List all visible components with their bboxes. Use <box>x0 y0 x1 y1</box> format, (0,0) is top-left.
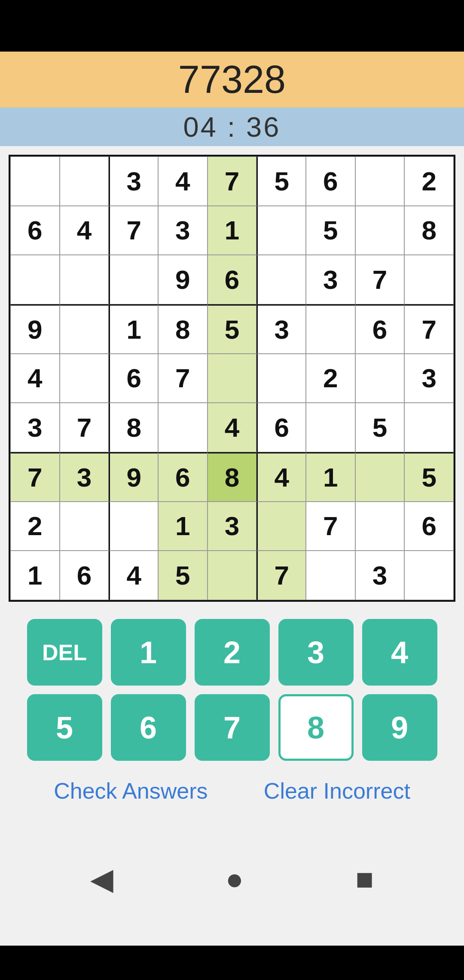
cell-r3c6[interactable] <box>256 255 306 304</box>
cell-r3c9[interactable] <box>404 255 454 304</box>
cell-r9c4[interactable]: 5 <box>158 551 208 600</box>
cell-r8c7[interactable]: 7 <box>306 502 355 551</box>
numpad-btn-2[interactable]: 2 <box>195 619 270 686</box>
numpad-btn-3[interactable]: 3 <box>278 619 354 686</box>
cell-r6c9[interactable] <box>404 403 454 452</box>
cell-r1c7[interactable]: 6 <box>306 156 355 206</box>
cell-r2c9[interactable]: 8 <box>404 206 454 255</box>
numpad-btn-8[interactable]: 8 <box>278 694 354 761</box>
numpad-btn-9[interactable]: 9 <box>362 694 437 761</box>
cell-r9c7[interactable] <box>306 551 355 600</box>
action-row: Check Answers Clear Incorrect <box>0 769 464 812</box>
cell-r8c2[interactable] <box>60 502 109 551</box>
cell-r5c2[interactable] <box>60 354 109 403</box>
cell-r4c1[interactable]: 9 <box>10 304 60 354</box>
cell-r5c9[interactable]: 3 <box>404 354 454 403</box>
cell-r5c4[interactable]: 7 <box>158 354 208 403</box>
cell-r2c5[interactable]: 1 <box>208 206 257 255</box>
cell-r6c1[interactable]: 3 <box>10 403 60 452</box>
cell-r9c3[interactable]: 4 <box>109 551 158 600</box>
cell-r5c1[interactable]: 4 <box>10 354 60 403</box>
cell-r8c5[interactable]: 3 <box>208 502 257 551</box>
cell-r1c2[interactable] <box>60 156 109 206</box>
cell-r2c6[interactable] <box>256 206 306 255</box>
cell-r4c3[interactable]: 1 <box>109 304 158 354</box>
cell-r6c3[interactable]: 8 <box>109 403 158 452</box>
cell-r9c1[interactable]: 1 <box>10 551 60 600</box>
cell-r6c8[interactable]: 5 <box>355 403 405 452</box>
numpad-btn-5[interactable]: 5 <box>27 694 102 761</box>
status-bar <box>0 0 464 52</box>
back-button[interactable]: ◀ <box>90 861 113 897</box>
numpad-btn-7[interactable]: 7 <box>195 694 270 761</box>
cell-r7c1[interactable]: 7 <box>10 452 60 502</box>
numpad-btn-del[interactable]: DEL <box>27 619 102 686</box>
cell-r6c4[interactable] <box>158 403 208 452</box>
cell-r4c2[interactable] <box>60 304 109 354</box>
numpad-btn-6[interactable]: 6 <box>111 694 186 761</box>
cell-r6c7[interactable] <box>306 403 355 452</box>
check-answers-button[interactable]: Check Answers <box>54 778 208 804</box>
cell-r7c7[interactable]: 1 <box>306 452 355 502</box>
cell-r3c1[interactable] <box>10 255 60 304</box>
cell-r8c9[interactable]: 6 <box>404 502 454 551</box>
sudoku-grid[interactable]: 3475626473158963791853674672337846573968… <box>9 155 455 602</box>
cell-r2c7[interactable]: 5 <box>306 206 355 255</box>
home-button[interactable]: ● <box>226 862 244 896</box>
cell-r9c6[interactable]: 7 <box>256 551 306 600</box>
numpad-btn-4[interactable]: 4 <box>362 619 437 686</box>
cell-r7c3[interactable]: 9 <box>109 452 158 502</box>
cell-r8c4[interactable]: 1 <box>158 502 208 551</box>
numpad-btn-1[interactable]: 1 <box>111 619 186 686</box>
cell-r3c5[interactable]: 6 <box>208 255 257 304</box>
cell-r2c4[interactable]: 3 <box>158 206 208 255</box>
recent-apps-button[interactable]: ■ <box>355 862 373 896</box>
cell-r1c1[interactable] <box>10 156 60 206</box>
cell-r1c6[interactable]: 5 <box>256 156 306 206</box>
cell-r2c3[interactable]: 7 <box>109 206 158 255</box>
cell-r6c6[interactable]: 6 <box>256 403 306 452</box>
cell-r6c2[interactable]: 7 <box>60 403 109 452</box>
cell-r9c8[interactable]: 3 <box>355 551 405 600</box>
cell-r1c8[interactable] <box>355 156 405 206</box>
cell-r8c3[interactable] <box>109 502 158 551</box>
cell-r3c3[interactable] <box>109 255 158 304</box>
sudoku-wrapper: 3475626473158963791853674672337846573968… <box>0 146 464 606</box>
cell-r5c7[interactable]: 2 <box>306 354 355 403</box>
cell-r4c9[interactable]: 7 <box>404 304 454 354</box>
cell-r1c5[interactable]: 7 <box>208 156 257 206</box>
cell-r5c8[interactable] <box>355 354 405 403</box>
cell-r8c1[interactable]: 2 <box>10 502 60 551</box>
cell-r9c2[interactable]: 6 <box>60 551 109 600</box>
clear-incorrect-button[interactable]: Clear Incorrect <box>264 778 410 804</box>
cell-r1c9[interactable]: 2 <box>404 156 454 206</box>
cell-r5c6[interactable] <box>256 354 306 403</box>
cell-r4c8[interactable]: 6 <box>355 304 405 354</box>
cell-r5c3[interactable]: 6 <box>109 354 158 403</box>
cell-r9c9[interactable] <box>404 551 454 600</box>
cell-r4c6[interactable]: 3 <box>256 304 306 354</box>
cell-r7c9[interactable]: 5 <box>404 452 454 502</box>
cell-r3c2[interactable] <box>60 255 109 304</box>
cell-r6c5[interactable]: 4 <box>208 403 257 452</box>
cell-r7c5[interactable]: 8 <box>208 452 257 502</box>
cell-r7c8[interactable] <box>355 452 405 502</box>
cell-r1c3[interactable]: 3 <box>109 156 158 206</box>
cell-r4c5[interactable]: 5 <box>208 304 257 354</box>
cell-r7c6[interactable]: 4 <box>256 452 306 502</box>
cell-r3c8[interactable]: 7 <box>355 255 405 304</box>
cell-r5c5[interactable] <box>208 354 257 403</box>
cell-r3c4[interactable]: 9 <box>158 255 208 304</box>
cell-r8c6[interactable] <box>256 502 306 551</box>
cell-r1c4[interactable]: 4 <box>158 156 208 206</box>
cell-r4c7[interactable] <box>306 304 355 354</box>
cell-r9c5[interactable] <box>208 551 257 600</box>
cell-r7c2[interactable]: 3 <box>60 452 109 502</box>
cell-r2c8[interactable] <box>355 206 405 255</box>
cell-r2c1[interactable]: 6 <box>10 206 60 255</box>
cell-r7c4[interactable]: 6 <box>158 452 208 502</box>
cell-r8c8[interactable] <box>355 502 405 551</box>
cell-r4c4[interactable]: 8 <box>158 304 208 354</box>
cell-r2c2[interactable]: 4 <box>60 206 109 255</box>
cell-r3c7[interactable]: 3 <box>306 255 355 304</box>
